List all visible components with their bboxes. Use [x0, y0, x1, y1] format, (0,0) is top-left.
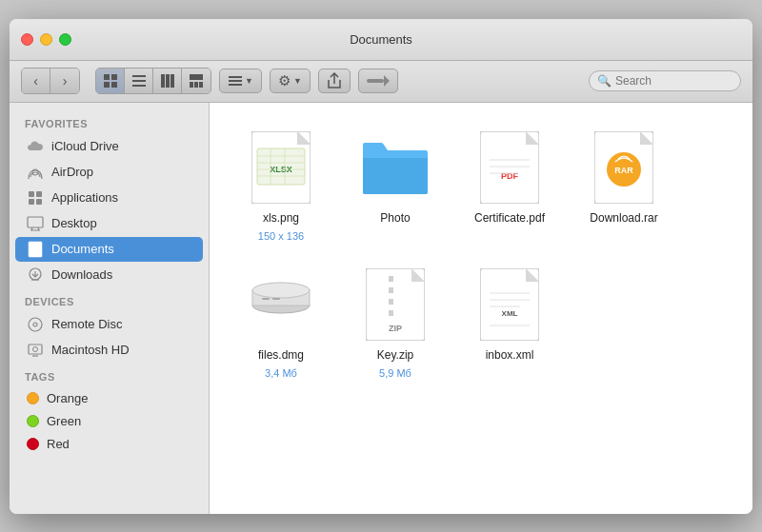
sidebar-item-tag-red[interactable]: Red: [15, 433, 203, 455]
svg-rect-72: [389, 310, 393, 316]
sidebar-item-applications[interactable]: Applications: [15, 186, 203, 210]
inbox-xml-name: inbox.xml: [486, 348, 534, 362]
back-button[interactable]: ‹: [22, 69, 50, 93]
svg-rect-9: [170, 74, 174, 88]
svg-rect-4: [132, 75, 146, 77]
file-item-files-dmg[interactable]: files.dmg 3,4 Мб: [229, 259, 333, 386]
sidebar-item-tag-orange[interactable]: Orange: [15, 387, 203, 409]
inbox-xml-icon: XML: [475, 266, 544, 343]
file-item-key-zip[interactable]: ZIP Key.zip 5,9 Мб: [343, 259, 448, 386]
label-button[interactable]: [358, 69, 398, 93]
file-grid: XLSX xls.png 150 x 136: [210, 103, 752, 514]
forward-button[interactable]: ›: [50, 69, 79, 93]
files-dmg-name: files.dmg: [258, 348, 304, 362]
file-item-photo[interactable]: Photo: [343, 122, 448, 249]
sidebar-item-macintosh[interactable]: Macintosh HD: [15, 338, 203, 363]
sidebar-item-airdrop[interactable]: AirDrop: [15, 160, 203, 185]
nav-buttons: ‹ ›: [21, 68, 80, 94]
file-item-certificate[interactable]: PDF Certificate.pdf: [457, 122, 562, 249]
titlebar: Documents: [10, 19, 752, 61]
favorites-label: Favorites: [10, 110, 209, 133]
svg-rect-69: [389, 276, 393, 282]
devices-label: Devices: [10, 288, 209, 311]
files-dmg-meta: 3,4 Мб: [265, 367, 297, 379]
search-box[interactable]: 🔍: [589, 70, 741, 91]
svg-point-38: [33, 346, 38, 351]
sidebar-item-icloud[interactable]: iCloud Drive: [15, 134, 203, 159]
photo-folder-icon: [361, 129, 430, 206]
svg-rect-3: [111, 82, 117, 88]
sidebar-item-remote-disc[interactable]: Remote Disc: [15, 312, 203, 337]
key-zip-meta: 5,9 Мб: [379, 367, 411, 379]
documents-label: Documents: [51, 242, 114, 256]
green-tag-dot: [27, 415, 39, 427]
photo-name: Photo: [380, 211, 410, 225]
xls-png-name: xls.png: [263, 211, 299, 225]
sidebar-item-downloads[interactable]: Downloads: [15, 263, 203, 287]
svg-marker-18: [384, 75, 390, 87]
svg-rect-12: [194, 82, 198, 88]
list-view-button[interactable]: [125, 69, 153, 93]
xls-png-meta: 150 x 136: [258, 230, 304, 242]
svg-rect-64: [262, 298, 270, 300]
sidebar: Favorites iCloud Drive AirDrop Applicati…: [10, 103, 210, 514]
svg-text:XML: XML: [502, 309, 518, 318]
key-zip-icon: ZIP: [361, 266, 430, 343]
icloud-label: iCloud Drive: [51, 139, 119, 153]
icloud-icon: [27, 138, 44, 155]
green-tag-label: Green: [47, 414, 81, 428]
desktop-icon: [27, 215, 44, 232]
remote-disc-icon: [27, 316, 44, 333]
maximize-button[interactable]: [59, 33, 71, 46]
svg-point-35: [29, 318, 42, 331]
orange-tag-dot: [27, 392, 39, 404]
svg-rect-23: [36, 199, 42, 205]
applications-icon: [27, 189, 44, 207]
sidebar-item-documents[interactable]: Documents: [15, 237, 203, 262]
svg-rect-16: [229, 84, 242, 86]
close-button[interactable]: [21, 33, 33, 46]
svg-rect-70: [389, 287, 393, 293]
file-item-download-rar[interactable]: RAR Download.rar: [572, 122, 676, 249]
action-button[interactable]: ⚙ ▼: [270, 69, 311, 93]
airdrop-label: AirDrop: [51, 165, 93, 179]
desktop-label: Desktop: [51, 216, 97, 230]
svg-rect-11: [190, 82, 193, 88]
cover-flow-button[interactable]: [182, 69, 211, 93]
svg-rect-20: [29, 191, 34, 197]
xls-png-icon: XLSX: [247, 129, 315, 206]
share-button[interactable]: [318, 69, 351, 93]
download-rar-icon: RAR: [590, 129, 658, 206]
svg-rect-22: [29, 199, 34, 205]
file-item-inbox-xml[interactable]: XML inbox.xml: [457, 259, 562, 386]
svg-rect-5: [132, 80, 146, 82]
sidebar-item-tag-green[interactable]: Green: [15, 410, 203, 432]
finder-window: Documents ‹ › ▼ ⚙ ▼: [10, 19, 752, 514]
arrange-button[interactable]: ▼: [219, 69, 262, 93]
main-content: Favorites iCloud Drive AirDrop Applicati…: [10, 103, 752, 514]
svg-text:RAR: RAR: [614, 166, 633, 175]
column-view-button[interactable]: [153, 69, 182, 93]
certificate-name: Certificate.pdf: [474, 211, 545, 225]
svg-rect-37: [29, 345, 42, 354]
applications-label: Applications: [51, 190, 118, 205]
svg-rect-65: [272, 298, 280, 300]
file-item-xls-png[interactable]: XLSX xls.png 150 x 136: [229, 122, 333, 249]
key-zip-name: Key.zip: [377, 348, 413, 362]
search-icon: 🔍: [597, 74, 612, 88]
svg-rect-28: [29, 242, 42, 257]
download-rar-name: Download.rar: [590, 211, 657, 225]
sidebar-item-desktop[interactable]: Desktop: [15, 211, 203, 236]
minimize-button[interactable]: [40, 33, 52, 46]
certificate-pdf-icon: PDF: [475, 129, 544, 206]
svg-rect-17: [367, 79, 384, 83]
red-tag-dot: [27, 438, 39, 450]
icon-view-button[interactable]: [96, 69, 125, 93]
search-input[interactable]: [615, 74, 732, 88]
svg-rect-13: [199, 82, 203, 88]
svg-rect-1: [111, 74, 117, 80]
svg-rect-10: [190, 74, 203, 80]
tags-label: Tags: [10, 364, 209, 386]
svg-rect-6: [132, 85, 146, 87]
downloads-label: Downloads: [51, 267, 112, 282]
